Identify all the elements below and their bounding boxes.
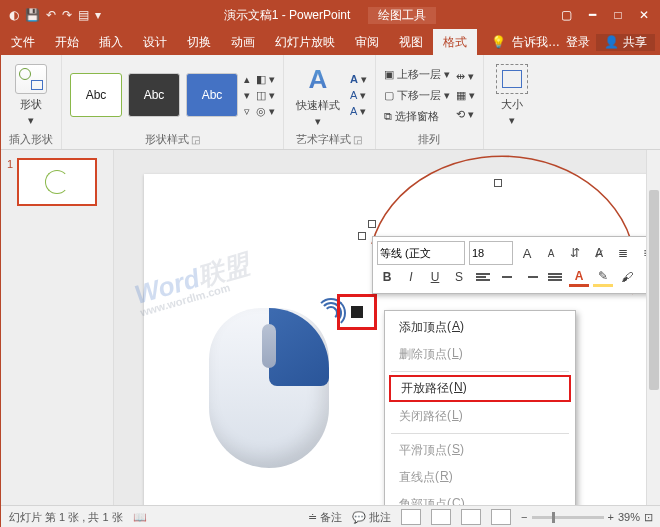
group-button[interactable]: ▦▾: [456, 89, 475, 102]
bring-forward-icon: ▣: [384, 68, 394, 81]
tab-transitions[interactable]: 切换: [177, 29, 221, 55]
close-icon[interactable]: ✕: [637, 8, 651, 22]
size-button[interactable]: 大小 ▾: [492, 61, 532, 129]
rotate-button[interactable]: ⟲▾: [456, 108, 475, 121]
tab-view[interactable]: 视图: [389, 29, 433, 55]
save-icon[interactable]: 💾: [25, 8, 40, 22]
tab-home[interactable]: 开始: [45, 29, 89, 55]
align-button[interactable]: ⇹▾: [456, 70, 475, 83]
menu-add-point[interactable]: 添加顶点(A): [385, 314, 575, 341]
reading-view-icon[interactable]: [461, 509, 481, 525]
maximize-icon[interactable]: □: [611, 8, 625, 22]
text-fill[interactable]: A▾: [350, 73, 367, 86]
style-gallery-scroll[interactable]: ▴▾▿: [244, 73, 250, 118]
selected-point-marker[interactable]: [337, 294, 377, 330]
window-title: 演示文稿1 - PowerPoint: [224, 7, 351, 24]
align-left-icon[interactable]: [473, 267, 493, 287]
tab-format[interactable]: 格式: [433, 29, 477, 55]
zoom-level[interactable]: 39%: [618, 511, 640, 523]
quick-styles-button[interactable]: A 快速样式 ▾: [292, 60, 344, 130]
comments-button[interactable]: 💬 批注: [352, 510, 391, 525]
tab-review[interactable]: 审阅: [345, 29, 389, 55]
shape-style-2[interactable]: Abc: [128, 73, 180, 117]
autosave-icon[interactable]: ◐: [9, 8, 19, 22]
shapes-icon: [15, 64, 47, 94]
minimize-icon[interactable]: ━: [585, 8, 599, 22]
menu-open-path[interactable]: 开放路径(N): [389, 375, 571, 402]
font-color-icon[interactable]: A: [569, 267, 589, 287]
status-bar: 幻灯片 第 1 张 , 共 1 张 📖 ≐ 备注 💬 批注 − + 39% ⊡: [1, 505, 660, 527]
text-outline[interactable]: A▾: [350, 89, 367, 102]
tab-animations[interactable]: 动画: [221, 29, 265, 55]
bring-forward[interactable]: ▣上移一层 ▾: [384, 67, 450, 82]
zoom-slider[interactable]: − + 39% ⊡: [521, 511, 653, 524]
start-slideshow-icon[interactable]: ▤: [78, 8, 89, 22]
slideshow-view-icon[interactable]: [491, 509, 511, 525]
underline-button[interactable]: U: [425, 267, 445, 287]
group-arrange: ▣上移一层 ▾ ▢下移一层 ▾ ⧉选择窗格 ⇹▾ ▦▾ ⟲▾ 排列: [376, 55, 484, 149]
tell-me[interactable]: 告诉我…: [512, 34, 560, 51]
shapes-button[interactable]: 形状 ▾: [11, 61, 51, 129]
font-size-select[interactable]: [469, 241, 513, 265]
dialog-launcher-icon[interactable]: ◲: [353, 134, 362, 145]
align-center-icon[interactable]: [497, 267, 517, 287]
zoom-out-icon[interactable]: −: [521, 511, 527, 523]
menu-corner-point: 角部顶点(C): [385, 491, 575, 505]
shape-style-3[interactable]: Abc: [186, 73, 238, 117]
normal-view-icon[interactable]: [401, 509, 421, 525]
highlight-icon[interactable]: ✎: [593, 267, 613, 287]
slide[interactable]: Word联盟www.wordlm.com Word联盟www.wordlm.co…: [144, 174, 660, 505]
text-effects[interactable]: A▾: [350, 105, 367, 118]
tell-me-icon[interactable]: 💡: [491, 35, 506, 49]
edit-handle[interactable]: [368, 220, 376, 228]
dialog-launcher-icon[interactable]: ◲: [191, 134, 200, 145]
login[interactable]: 登录: [566, 34, 590, 51]
tab-design[interactable]: 设计: [133, 29, 177, 55]
quick-access-toolbar: ◐ 💾 ↶ ↷ ▤ ▾: [5, 8, 101, 22]
tab-slideshow[interactable]: 幻灯片放映: [265, 29, 345, 55]
shape-style-1[interactable]: Abc: [70, 73, 122, 117]
group-shape-styles: Abc Abc Abc ▴▾▿ ◧▾ ◫▾ ◎▾ 形状样式◲: [62, 55, 284, 149]
undo-icon[interactable]: ↶: [46, 8, 56, 22]
thumbnail-arc-icon: [45, 170, 69, 194]
line-spacing-icon[interactable]: ⇵: [565, 243, 585, 263]
edit-handle[interactable]: [494, 179, 502, 187]
menu-delete-point: 删除顶点(L): [385, 341, 575, 368]
increase-font-icon[interactable]: A: [517, 243, 537, 263]
bold-button[interactable]: B: [377, 267, 397, 287]
format-painter-icon[interactable]: 🖌: [617, 267, 637, 287]
ribbon-options-icon[interactable]: ▢: [559, 8, 573, 22]
shape-fill[interactable]: ◧▾: [256, 73, 275, 86]
font-select[interactable]: [377, 241, 465, 265]
sorter-view-icon[interactable]: [431, 509, 451, 525]
align-right-icon[interactable]: [521, 267, 541, 287]
ribbon-tabs: 文件 开始 插入 设计 切换 动画 幻灯片放映 审阅 视图 格式 💡 告诉我… …: [1, 29, 660, 55]
tab-file[interactable]: 文件: [1, 29, 45, 55]
selection-pane[interactable]: ⧉选择窗格: [384, 109, 450, 124]
strike-button[interactable]: S: [449, 267, 469, 287]
redo-icon[interactable]: ↷: [62, 8, 72, 22]
effects-icon: ◎: [256, 105, 266, 118]
decrease-font-icon[interactable]: A: [541, 243, 561, 263]
thumbnail-1[interactable]: 1: [7, 158, 107, 206]
align-icon: ⇹: [456, 70, 465, 83]
zoom-in-icon[interactable]: +: [608, 511, 614, 523]
slide-canvas-area[interactable]: Word联盟www.wordlm.com Word联盟www.wordlm.co…: [114, 150, 660, 505]
share-button[interactable]: 👤共享: [596, 34, 655, 51]
send-backward[interactable]: ▢下移一层 ▾: [384, 88, 450, 103]
shape-effects[interactable]: ◎▾: [256, 105, 275, 118]
notes-button[interactable]: ≐ 备注: [308, 510, 342, 525]
justify-icon[interactable]: [545, 267, 565, 287]
shape-outline[interactable]: ◫▾: [256, 89, 275, 102]
italic-button[interactable]: I: [401, 267, 421, 287]
outline-icon: ◫: [256, 89, 266, 102]
fill-icon: ◧: [256, 73, 266, 86]
tab-insert[interactable]: 插入: [89, 29, 133, 55]
clear-format-icon[interactable]: A̷: [589, 243, 609, 263]
edit-handle[interactable]: [358, 232, 366, 240]
spellcheck-icon[interactable]: 📖: [133, 511, 147, 524]
fit-window-icon[interactable]: ⊡: [644, 511, 653, 524]
qat-more-icon[interactable]: ▾: [95, 8, 101, 22]
vertical-scrollbar[interactable]: [646, 150, 660, 505]
bullets-icon[interactable]: ≣: [613, 243, 633, 263]
